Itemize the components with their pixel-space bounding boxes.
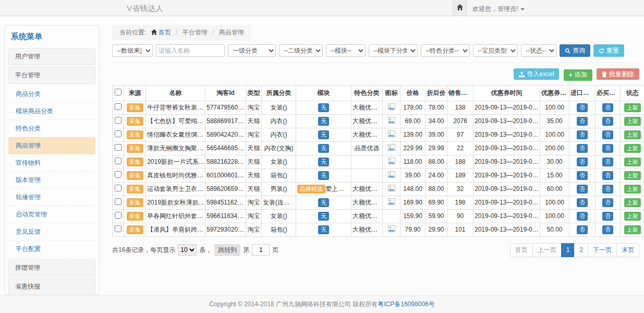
filter-select[interactable]: --模块-- [326,44,366,57]
batch-delete-button[interactable]: 批量删除 [597,68,639,80]
table-cell: 138 [447,101,473,114]
reset-button[interactable]: 重置 [593,44,624,57]
page-button[interactable]: 末页 [616,243,639,257]
table-cell: 否 [569,101,596,114]
refresh-icon [599,48,604,54]
user-menu[interactable]: 欢迎您，管理员! [472,5,525,14]
sidebar-item[interactable]: 版本管理 [8,172,95,189]
row-checkbox[interactable] [115,225,121,232]
table-cell: 88.00 [426,182,447,196]
sidebar-item[interactable]: 特色分类 [8,120,95,137]
row-checkbox[interactable] [115,117,121,124]
row-checkbox[interactable] [115,130,121,137]
filter-select[interactable]: --数据来源-- [112,44,153,57]
filter-select[interactable]: --模块下分类-- [369,44,418,57]
product-name-cell: 运动套装男士卫衣初秋... [146,182,205,196]
sidebar-item[interactable]: 拼团管理 [8,259,95,276]
search-button[interactable]: 查询 [560,44,590,57]
row-checkbox[interactable] [115,198,121,205]
jump-page-input[interactable] [252,244,270,256]
import-excel-button[interactable]: 导入excel [514,68,559,80]
sidebar-item[interactable]: 启动页管理 [8,206,95,223]
sidebar-item[interactable]: 商品管理 [8,137,95,154]
page-button[interactable]: 下一页 [588,243,617,257]
import-select-badge: 否 [577,130,588,139]
filter-select[interactable]: --二级分类-- [279,44,323,57]
sidebar-item[interactable]: 平台配置 [8,240,95,258]
source-badge: 采集 [127,171,143,180]
column-header: 价格 [400,85,426,101]
add-button[interactable]: + 添加 [564,69,592,81]
icp-link[interactable]: 粤ICP备16098006号 [378,300,434,309]
module-cell: 无 [296,196,351,209]
filter-select[interactable]: --宝贝类型-- [473,44,518,57]
table-cell: 60.00 [540,182,569,196]
filter-select[interactable]: 一级分类 [228,44,276,57]
table-cell: 天猫 [246,141,262,155]
module-cell: 无 [296,128,351,141]
jump-to-button[interactable]: 跳转到 [214,244,240,256]
table-cell: 内衣() [262,114,296,128]
table-cell: 否 [596,168,621,182]
must-buy-badge: 否 [602,185,613,194]
must-buy-badge: 否 [602,225,613,234]
image-placeholder-icon [388,103,395,110]
table-cell: 100.00 [540,128,569,141]
sidebar-item[interactable]: 模块商品分类 [8,103,95,120]
page-button[interactable]: 1 [561,243,575,257]
sidebar-item[interactable]: 省惠快报 [8,278,95,295]
table-cell: 上架 [621,155,644,168]
sidebar-item[interactable]: 轮播管理 [8,189,95,206]
table-cell: 女装() [262,155,296,168]
table-cell [113,223,124,236]
table-cell: 淘宝 [246,209,262,223]
table-cell: 采集 [124,155,146,168]
sidebar-item[interactable]: 意见反馈 [8,223,95,240]
breadcrumb-home-link[interactable]: 首页 [148,29,171,36]
row-checkbox[interactable] [115,144,121,151]
breadcrumb-separator: / [212,29,214,36]
select-all-checkbox[interactable] [115,89,121,95]
sidebar-item[interactable]: 用户管理 [8,48,95,65]
table-cell: 否 [596,155,621,168]
table-row: 采集2019新款女秋薄款...598451162391淘宝女装(连衣裙)无大额优… [113,196,644,209]
table-cell: 34.00 [426,114,447,128]
column-header: 淘客Id [205,85,246,101]
image-placeholder-icon [388,198,395,205]
filter-select[interactable]: --状态-- [521,44,556,57]
filter-select[interactable]: --特色分类-- [421,44,470,57]
table-cell: 大额优惠券 [351,182,383,196]
row-checkbox[interactable] [115,158,121,164]
table-cell: 天猫 [246,168,262,182]
product-name-cell: 【七色纺】可爱纯棉家... [146,114,205,128]
name-search-input[interactable] [156,44,225,57]
module-badge: 无 [318,130,329,139]
page-button[interactable]: 首页 [510,243,533,257]
must-buy-badge: 否 [602,171,613,180]
table-cell: 否 [596,182,621,196]
page-button[interactable]: 2 [574,243,588,257]
table-cell: 采集 [124,168,146,182]
trash-icon [602,71,607,77]
table-cell [113,128,124,141]
source-badge: 采集 [127,144,143,153]
table-cell: 大额优惠券 [351,223,383,236]
table-cell: 男装() [262,182,296,196]
table-cell: 否 [569,196,596,209]
row-checkbox[interactable] [115,212,121,219]
must-buy-badge: 否 [602,117,613,126]
home-shortcut[interactable] [453,0,467,16]
table-cell: 采集 [124,128,146,141]
row-checkbox[interactable] [115,171,121,178]
status-badge: 上架 [624,212,641,221]
page-button[interactable]: 上一页 [532,243,562,257]
status-badge: 上架 [624,103,641,112]
table-cell: 2019-09-13—2019-09-20 [473,128,540,141]
row-checkbox[interactable] [115,103,121,110]
table-cell: 上架 [621,182,644,196]
row-checkbox[interactable] [115,185,121,191]
per-page-select[interactable]: 10 [178,244,197,256]
sidebar-item[interactable]: 平台管理 [8,67,95,84]
sidebar-item[interactable]: 商品分类 [8,86,95,103]
sidebar-item[interactable]: 宣传物料 [8,154,95,172]
